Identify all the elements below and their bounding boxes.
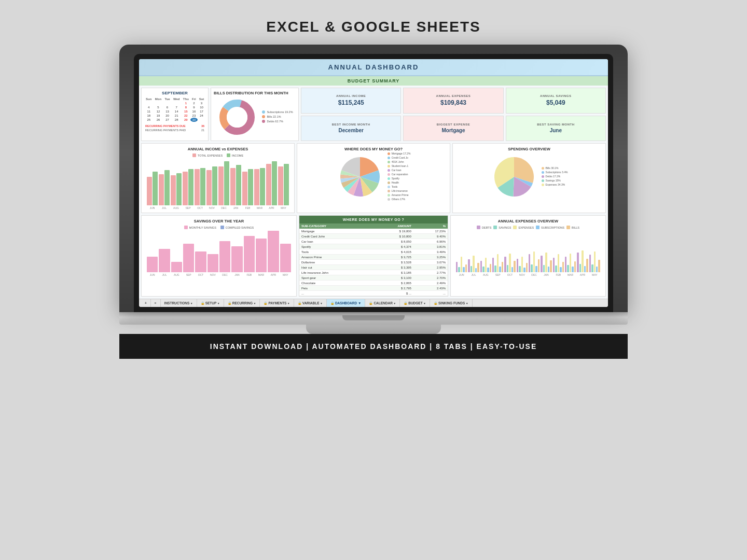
savings-bar-group — [244, 236, 255, 272]
x-label: APR — [266, 206, 277, 209]
tab-label: INSTRUCTIONS ▼ — [164, 301, 193, 305]
annual-exp-bar — [523, 268, 525, 272]
money-go-chart: WHERE DOES MY MONEY GO? Mortgage 17.2%Cr… — [297, 143, 450, 213]
income-bar — [224, 161, 229, 205]
savings-bar-group — [208, 254, 218, 272]
bills-donut-chart — [216, 96, 258, 138]
expense-bar — [171, 175, 176, 205]
savings-bar — [147, 257, 158, 272]
tab-budget[interactable]: 🔒BUDGET ▼ — [400, 299, 430, 307]
tab-instructions[interactable]: INSTRUCTIONS ▼ — [161, 299, 197, 307]
annual-exp-bar — [485, 258, 487, 272]
lock-icon: 🔒 — [404, 301, 407, 305]
pie-label-text: Others 17% — [392, 198, 405, 201]
pie-label-item: Amazon Prime — [388, 193, 411, 197]
annual-exp-x-label: DEC — [529, 273, 540, 276]
tab-payments[interactable]: 🔒PAYMENTS ▼ — [260, 299, 294, 307]
pie-label-item: Credit Card Jo — [388, 156, 411, 159]
annual-exp-bar-group — [517, 257, 528, 272]
tab-label: PAYMENTS ▼ — [268, 301, 289, 305]
pie-label-text: Savings 15% — [546, 179, 561, 182]
annual-exp-x-label: NOV — [517, 273, 528, 276]
bar-group — [171, 173, 182, 205]
bar-group — [242, 169, 253, 205]
tab-setup[interactable]: 🔒SETUP ▼ — [197, 299, 224, 307]
income-bar — [153, 172, 158, 205]
annual-exp-bar — [558, 254, 559, 272]
savings-x-label: MAR — [256, 273, 267, 276]
pie-dot — [388, 177, 390, 180]
laptop-bezel: ANNUAL DASHBOARD BUDGET SUMMARY SEPTEMBE… — [134, 54, 613, 312]
pie-label-text: Spotify — [392, 177, 399, 180]
bills-dist-title: BILLS DISTRIBUTION FOR THIS MONTH — [214, 91, 296, 95]
annual-exp-bar — [473, 256, 474, 272]
annual-exp-bar — [594, 251, 596, 272]
tab-dashboard[interactable]: 🔒DASHBOARD ▼ — [327, 299, 366, 307]
table-row: Car loan$ 8,0506.96% — [299, 239, 448, 244]
chevron-down-icon: ▼ — [357, 301, 361, 305]
annual-exp-x-label: JUL — [468, 273, 479, 276]
table-row: Dollartree$ 3,5283.07% — [299, 260, 448, 265]
stat-annual-income: ANNUAL INCOME $115,245 — [301, 88, 401, 114]
savings-bar — [244, 236, 255, 272]
chevron-down-icon: ▼ — [253, 302, 256, 305]
dashboard-body: SEPTEMBER Sun Mon Tue Wed Thu Fri — [139, 86, 608, 299]
bar-group — [266, 161, 277, 205]
savings-bar-group — [147, 257, 158, 272]
savings-x-label: JUL — [159, 273, 170, 276]
pie-dot — [542, 175, 544, 178]
laptop-notch — [342, 315, 405, 320]
tab-plus[interactable]: + — [141, 299, 151, 307]
tab-calendar[interactable]: 🔒CALENDAR ▼ — [365, 299, 400, 307]
annual-exp-bar — [589, 255, 591, 272]
laptop-screen: ANNUAL DASHBOARD BUDGET SUMMARY SEPTEMBE… — [139, 59, 608, 307]
pie-label-text: Subscriptions 3.4% — [546, 171, 568, 174]
pie-label-item: Tools — [388, 185, 411, 188]
bar-group — [278, 164, 289, 205]
lock-icon: 🔒 — [228, 301, 231, 305]
annual-exp-bar-group — [468, 256, 479, 272]
annual-exp-bar — [584, 266, 586, 272]
annual-exp-x-label: FEB — [553, 273, 564, 276]
stat-best-saving: BEST SAVING MONTH June — [506, 116, 606, 142]
chevron-down-icon: ▼ — [189, 302, 192, 305]
tab-variable[interactable]: 🔒VARIABLE ▼ — [294, 299, 327, 307]
money-go-labels: Mortgage 17.2%Credit Card Jo401K JohnStu… — [388, 152, 411, 202]
pie-dot — [388, 173, 390, 176]
chevron-down-icon: ▼ — [286, 302, 289, 305]
annual-exp-bar — [487, 268, 489, 272]
savings-bar-group — [231, 246, 242, 272]
x-label: MAY — [278, 206, 289, 209]
annual-exp-bar — [456, 262, 458, 272]
savings-bar — [195, 251, 206, 272]
savings-bar — [280, 244, 291, 272]
annual-exp-bar-group — [504, 254, 515, 272]
tab-label: BUDGET ▼ — [408, 301, 426, 305]
tab-label: DASHBOARD ▼ — [335, 301, 362, 305]
money-table-header: WHERE DOES MY MONEY GO ? — [299, 216, 448, 223]
savings-bar-group — [268, 231, 279, 272]
tab-sinking-funds[interactable]: 🔒SINKING FUNDS ▼ — [430, 299, 473, 307]
tab-menu[interactable]: ≡ — [151, 299, 161, 307]
annual-exp-bar — [492, 258, 494, 272]
table-row: Sport gear$ 3,1002.70% — [299, 275, 448, 281]
annual-exp-bar — [511, 267, 513, 272]
top-row: SEPTEMBER Sun Mon Tue Wed Thu Fri — [141, 88, 606, 141]
annual-exp-bar — [579, 264, 581, 272]
pie-dot — [542, 184, 544, 186]
cal-header-thu: Thu — [182, 97, 190, 101]
pie-label-text: Debts 17.2% — [546, 175, 561, 178]
annual-exp-box: ANNUAL EXPENSES OVERVIEW DEBTS SAVINGS E… — [450, 215, 606, 297]
annual-exp-bar — [482, 267, 484, 272]
stat-annual-expenses: ANNUAL EXPENSES $109,843 — [403, 88, 503, 114]
annual-exp-bar — [461, 257, 462, 272]
annual-exp-bar-group — [577, 250, 588, 272]
income-bar — [272, 161, 277, 205]
pie-label-item: Mortgage 17.2% — [388, 152, 411, 155]
annual-exp-bar — [509, 254, 510, 272]
pie-dot — [542, 171, 544, 174]
annual-exp-bar — [548, 267, 549, 272]
tab-recurring[interactable]: 🔒RECURRING ▼ — [224, 299, 260, 307]
chevron-down-icon: ▼ — [393, 302, 396, 305]
bar-group — [147, 172, 158, 205]
